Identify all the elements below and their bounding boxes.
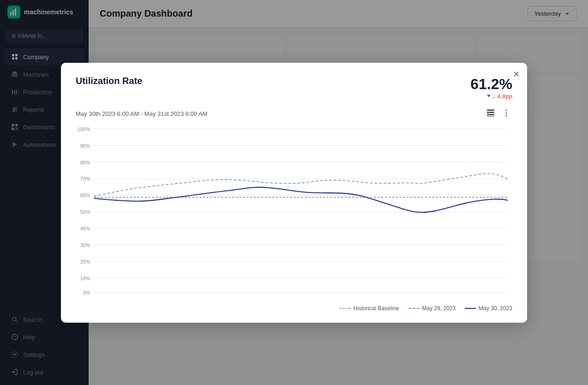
svg-text:0%: 0% (83, 290, 90, 295)
modal-subheader: May 30th 2023 6:00 AM - May 31st 2023 6:… (76, 107, 512, 120)
svg-rect-30 (487, 112, 494, 113)
legend-may30: May 30, 2023 (465, 305, 512, 312)
svg-text:10%: 10% (80, 275, 90, 281)
legend-may29: May 29, 2023 (408, 305, 456, 312)
modal-actions (485, 107, 512, 120)
svg-point-35 (506, 115, 507, 116)
modal-overlay[interactable]: ✕ Utilization Rate 61.2% ↓ 4.8pp May 30t… (0, 0, 588, 385)
svg-text:60%: 60% (80, 192, 90, 198)
svg-text:50%: 50% (80, 209, 90, 214)
modal-title: Utilization Rate (76, 76, 142, 86)
svg-text:30%: 30% (80, 242, 90, 247)
chart-legend: Historical Baseline May 29, 2023 May 30,… (76, 305, 512, 312)
modal-close-button[interactable]: ✕ (513, 70, 520, 78)
legend-may29-label: May 29, 2023 (422, 305, 456, 312)
svg-rect-29 (487, 109, 494, 111)
legend-historical-label: Historical Baseline (354, 305, 399, 312)
modal-change: ↓ 4.8pp (470, 93, 512, 100)
svg-text:80%: 80% (80, 159, 90, 165)
svg-point-33 (506, 109, 507, 111)
svg-text:90%: 90% (80, 143, 90, 148)
legend-historical: Historical Baseline (340, 305, 399, 312)
svg-text:70%: 70% (80, 176, 90, 181)
chart-container: 100% 90% 80% 70% 60% 50% 40% 30% 20% 10%… (76, 124, 512, 300)
modal-header: Utilization Rate 61.2% ↓ 4.8pp (76, 76, 512, 100)
svg-rect-32 (487, 116, 494, 117)
modal-more-options-button[interactable] (500, 107, 512, 120)
svg-text:20%: 20% (80, 259, 90, 264)
svg-point-34 (506, 112, 507, 114)
utilization-chart: 100% 90% 80% 70% 60% 50% 40% 30% 20% 10%… (76, 124, 512, 300)
modal-stats: 61.2% ↓ 4.8pp (470, 76, 512, 100)
legend-may30-label: May 30, 2023 (479, 305, 512, 312)
modal-table-view-button[interactable] (485, 107, 497, 120)
modal-date-range: May 30th 2023 6:00 AM - May 31st 2023 6:… (76, 110, 207, 117)
utilization-rate-modal: ✕ Utilization Rate 61.2% ↓ 4.8pp May 30t… (61, 63, 527, 323)
svg-rect-31 (487, 114, 494, 115)
modal-value: 61.2% (470, 76, 512, 93)
svg-text:40%: 40% (80, 225, 90, 231)
svg-text:100%: 100% (78, 126, 90, 132)
